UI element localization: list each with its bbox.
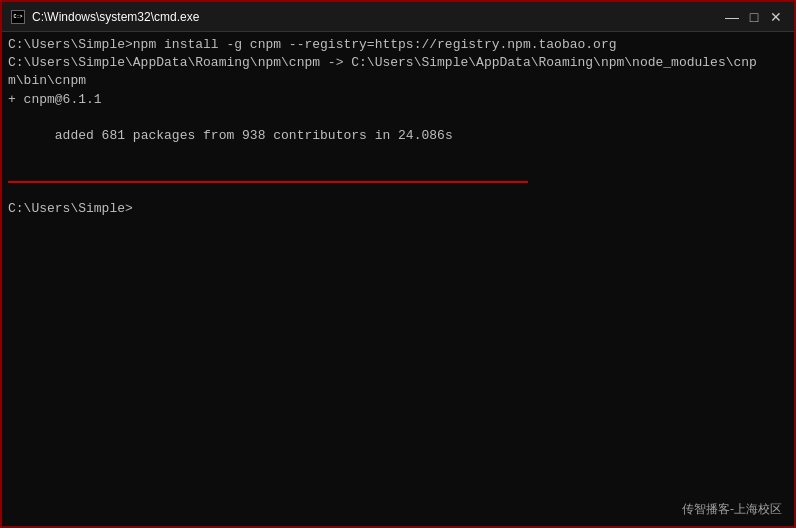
cmd-window: C:\Windows\system32\cmd.exe — □ ✕ C:\Use… (0, 0, 796, 528)
title-bar: C:\Windows\system32\cmd.exe — □ ✕ (2, 2, 794, 32)
watermark: 传智播客-上海校区 (682, 501, 782, 518)
terminal-line-1: C:\Users\Simple>npm install -g cnpm --re… (8, 36, 788, 54)
window-title: C:\Windows\system32\cmd.exe (32, 10, 199, 24)
red-underline (8, 181, 528, 183)
title-bar-left: C:\Windows\system32\cmd.exe (10, 9, 199, 25)
close-button[interactable]: ✕ (766, 7, 786, 27)
window-controls: — □ ✕ (722, 7, 786, 27)
cmd-icon (10, 9, 26, 25)
terminal-body[interactable]: C:\Users\Simple>npm install -g cnpm --re… (2, 32, 794, 526)
terminal-line-4: added 681 packages from 938 contributors… (8, 109, 788, 182)
maximize-button[interactable]: □ (744, 7, 764, 27)
terminal-line-3: + cnpm@6.1.1 (8, 91, 788, 109)
terminal-line-5 (8, 182, 788, 200)
terminal-line-2: C:\Users\Simple\AppData\Roaming\npm\cnpm… (8, 54, 788, 90)
minimize-button[interactable]: — (722, 7, 742, 27)
terminal-line-6: C:\Users\Simple> (8, 200, 788, 218)
